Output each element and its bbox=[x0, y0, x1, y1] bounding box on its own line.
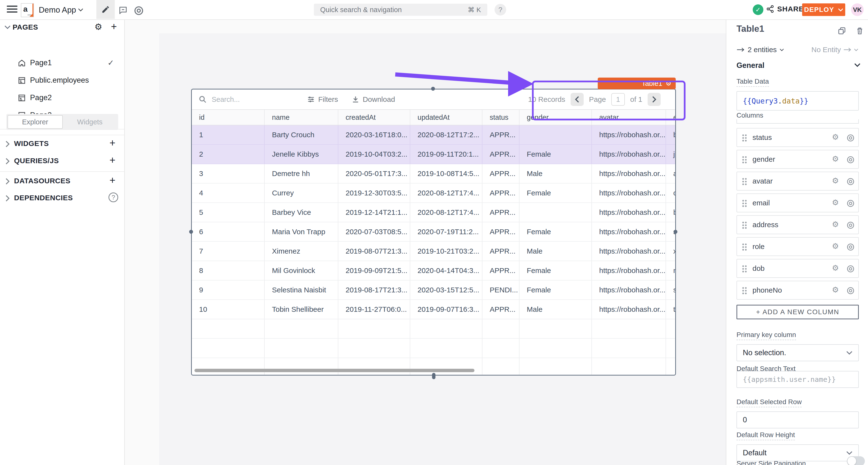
resize-handle-left[interactable] bbox=[189, 230, 193, 234]
deploy-chevron-down-icon[interactable] bbox=[838, 8, 843, 11]
table-cell[interactable]: Currey bbox=[265, 183, 338, 202]
table-cell[interactable]: Demetre hh bbox=[265, 164, 338, 183]
table-cell[interactable]: 2019-10-04T03:2... bbox=[338, 145, 410, 164]
outgoing-entities-dropdown[interactable]: No Entity bbox=[811, 46, 858, 54]
table-cell[interactable]: APPR... bbox=[483, 203, 520, 222]
table-cell[interactable]: 2020-04-14T04:3... bbox=[410, 261, 483, 280]
column-header-createdAt[interactable]: createdAt bbox=[338, 110, 410, 125]
pages-settings-gear-icon[interactable]: ⚙ bbox=[94, 22, 102, 32]
table-cell[interactable]: Maria Von Trapp bbox=[265, 222, 338, 241]
page-number-input[interactable] bbox=[611, 93, 625, 106]
table-cell[interactable]: ts bbox=[666, 300, 676, 319]
table-cell[interactable]: Male bbox=[520, 300, 592, 319]
table-cell[interactable] bbox=[520, 125, 592, 144]
app-name-chevron-down-icon[interactable] bbox=[78, 8, 83, 11]
table-cell[interactable]: 2019-10-21T03:2... bbox=[410, 242, 483, 261]
add-widget-button[interactable]: + bbox=[110, 137, 116, 149]
table-cell[interactable]: APPR... bbox=[483, 222, 520, 241]
tab-explorer[interactable]: Explorer bbox=[7, 115, 63, 129]
hamburger-menu-icon[interactable] bbox=[7, 4, 18, 14]
table-cell[interactable]: Female bbox=[520, 183, 592, 202]
table-cell[interactable]: Tobin Shellibeer bbox=[265, 300, 338, 319]
drag-handle-icon[interactable] bbox=[741, 264, 748, 273]
table-cell[interactable]: 2019-12-30T03:5... bbox=[338, 183, 410, 202]
table-cell[interactable]: 5 bbox=[192, 203, 265, 222]
drag-handle-icon[interactable] bbox=[741, 177, 748, 186]
table-cell[interactable]: 2020-03-15T12:5... bbox=[410, 281, 483, 299]
sidebar-item-page1[interactable]: Page1 ✓ bbox=[0, 54, 124, 72]
table-cell[interactable]: APPR... bbox=[483, 145, 520, 164]
table-cell[interactable]: 2019-11-27T06:0... bbox=[338, 300, 410, 319]
column-visibility-icon[interactable] bbox=[846, 221, 855, 229]
default-row-height-select[interactable]: Default bbox=[737, 444, 859, 461]
deploy-button[interactable]: DEPLOY bbox=[802, 3, 845, 16]
comments-button[interactable] bbox=[118, 6, 128, 15]
column-item-email[interactable]: email⚙ bbox=[737, 194, 859, 212]
table-cell[interactable]: 2020-08-12T17:4... bbox=[410, 203, 483, 222]
drag-handle-icon[interactable] bbox=[741, 199, 748, 208]
column-header-updatedAt[interactable]: updatedAt bbox=[410, 110, 483, 125]
table-cell[interactable]: 1 bbox=[192, 125, 265, 144]
drag-handle-icon[interactable] bbox=[741, 155, 748, 164]
user-avatar[interactable]: VK bbox=[851, 3, 864, 16]
column-header-id[interactable]: id bbox=[192, 110, 265, 125]
column-visibility-icon[interactable] bbox=[846, 134, 855, 142]
table-cell[interactable]: 2020-07-03T08:5... bbox=[338, 222, 410, 241]
table-cell[interactable]: 2019-10-08T14:5... bbox=[410, 164, 483, 183]
section-dependencies[interactable]: DEPENDENCIES ? bbox=[0, 190, 124, 207]
table-cell[interactable]: https://robohash.or... bbox=[592, 300, 666, 319]
table-cell[interactable]: https://robohash.or... bbox=[592, 203, 666, 222]
table-cell[interactable]: 2020-08-12T17:2... bbox=[410, 125, 483, 144]
resize-handle-right[interactable] bbox=[674, 230, 677, 234]
table-cell[interactable]: 9 bbox=[192, 281, 265, 299]
table-cell[interactable]: si bbox=[666, 281, 676, 299]
table-cell[interactable]: b bbox=[666, 203, 676, 222]
column-header-status[interactable]: status bbox=[483, 110, 520, 125]
drag-handle-icon[interactable] bbox=[741, 242, 748, 252]
table-cell[interactable]: a bbox=[666, 164, 676, 183]
edit-mode-button[interactable] bbox=[96, 0, 115, 19]
table-cell[interactable]: https://robohash.or... bbox=[592, 261, 666, 280]
table-row[interactable]: 8Mil Govinlock2019-09-09T21:5...2020-04-… bbox=[192, 261, 675, 281]
column-settings-gear-icon[interactable]: ⚙ bbox=[832, 198, 839, 207]
table-cell[interactable]: https://robohash.or... bbox=[592, 145, 666, 164]
column-item-role[interactable]: role⚙ bbox=[737, 237, 859, 256]
table-cell[interactable]: Female bbox=[520, 145, 592, 164]
column-visibility-icon[interactable] bbox=[846, 199, 855, 207]
table-cell[interactable]: Female bbox=[520, 281, 592, 299]
table-cell[interactable]: x bbox=[666, 242, 676, 261]
table-cell[interactable]: https://robohash.or... bbox=[592, 281, 666, 299]
table-row[interactable]: 4Currey2019-12-30T03:5...2020-08-12T17:4… bbox=[192, 183, 675, 203]
table-row[interactable]: 5Barbey Vice2019-12-14T21:1...2020-08-12… bbox=[192, 203, 675, 222]
share-button[interactable]: SHARE bbox=[766, 5, 804, 13]
table-cell[interactable]: Female bbox=[520, 261, 592, 280]
column-settings-gear-icon[interactable]: ⚙ bbox=[832, 133, 839, 142]
table-row[interactable]: 7Ximenez2019-08-07T21:3...2019-10-21T03:… bbox=[192, 242, 675, 261]
widget-settings-gear-icon[interactable]: ⚙ bbox=[666, 80, 671, 87]
section-widgets[interactable]: WIDGETS + bbox=[0, 135, 124, 152]
table-cell[interactable]: 2020-05-01T17:3... bbox=[338, 164, 410, 183]
table-cell[interactable]: 8 bbox=[192, 261, 265, 280]
table-cell[interactable]: https://robohash.or... bbox=[592, 242, 666, 261]
table-cell[interactable]: 2020-03-16T18:0... bbox=[338, 125, 410, 144]
table-cell[interactable]: Mil Govinlock bbox=[265, 261, 338, 280]
filters-button[interactable]: Filters bbox=[307, 95, 338, 104]
column-visibility-icon[interactable] bbox=[846, 287, 855, 295]
table-cell[interactable]: https://robohash.or... bbox=[592, 164, 666, 183]
table-cell[interactable]: b bbox=[666, 125, 676, 144]
table-cell[interactable]: Female bbox=[520, 222, 592, 241]
table-cell[interactable]: 2020-08-12T17:4... bbox=[410, 183, 483, 202]
tab-widgets[interactable]: Widgets bbox=[63, 115, 117, 129]
table-row[interactable]: 1Barty Crouch2020-03-16T18:0...2020-08-1… bbox=[192, 125, 675, 145]
copy-widget-icon[interactable] bbox=[838, 27, 846, 35]
table-cell[interactable]: 2019-09-07T16:3... bbox=[410, 300, 483, 319]
pages-section-header[interactable]: PAGES ⚙ + bbox=[0, 22, 124, 32]
column-visibility-icon[interactable] bbox=[846, 265, 855, 273]
delete-widget-icon[interactable] bbox=[856, 27, 864, 35]
canvas-area[interactable]: Filters Download 10 Records Page of 1 id… bbox=[125, 20, 726, 465]
table-cell[interactable]: jk bbox=[666, 145, 676, 164]
column-header-name[interactable]: name bbox=[265, 110, 338, 125]
add-new-column-button[interactable]: + ADD A NEW COLUMN bbox=[737, 305, 859, 319]
table-cell[interactable]: 3 bbox=[192, 164, 265, 183]
pages-chevron-down-icon[interactable] bbox=[4, 25, 11, 29]
